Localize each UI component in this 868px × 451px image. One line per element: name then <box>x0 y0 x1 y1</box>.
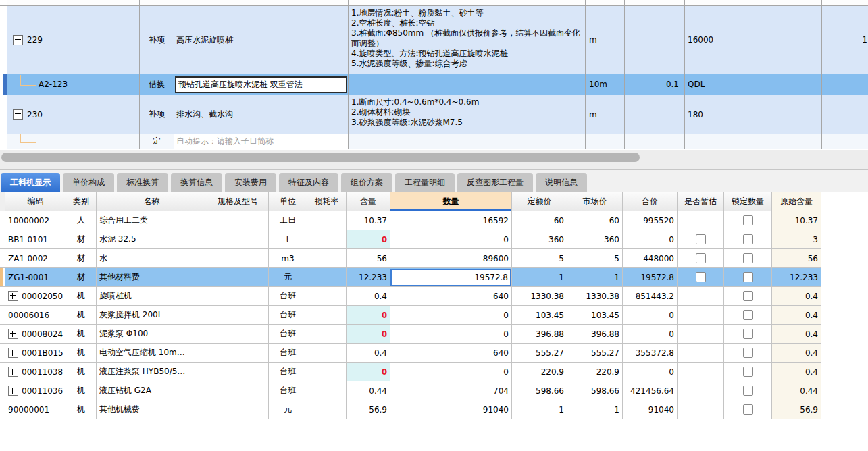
cell-quantity[interactable]: 640 <box>390 344 512 362</box>
item-extra-cell[interactable] <box>822 0 868 5</box>
cell-lock-quantity[interactable] <box>724 400 772 419</box>
cell-lock-quantity[interactable] <box>724 306 772 324</box>
detail-tab[interactable]: 特征及内容 <box>279 173 338 192</box>
cell-total-price[interactable]: 355372.8 <box>623 344 678 362</box>
cell-quota-price[interactable]: 60 <box>512 211 567 230</box>
checkbox-unchecked-icon[interactable] <box>696 234 706 244</box>
cell-total-price[interactable]: 421456.64 <box>623 381 678 400</box>
minus-box-icon[interactable] <box>13 109 23 120</box>
detail-tab[interactable]: 组价方案 <box>341 173 392 192</box>
resource-row[interactable]: 00002050机旋喷桩机台班0.46401330.381330.3885144… <box>0 287 821 306</box>
cell-unit[interactable]: t <box>269 230 307 248</box>
cell-content[interactable]: 12.233 <box>347 268 390 286</box>
resource-row[interactable]: ZA1-0002材水m356896005544800056 <box>0 249 821 268</box>
plus-box-icon[interactable] <box>8 291 18 301</box>
resource-row[interactable]: 0001B015机电动空气压缩机 10m…台班0.4640555.27555.2… <box>0 344 821 363</box>
checkbox-unchecked-icon[interactable] <box>743 310 753 320</box>
cell-name[interactable]: 水泥 32.5 <box>97 230 207 248</box>
checkbox-unchecked-icon[interactable] <box>743 272 753 282</box>
cell-loss-rate[interactable] <box>307 306 347 324</box>
cell-spec[interactable] <box>207 306 269 324</box>
checkbox-unchecked-icon[interactable] <box>743 234 753 244</box>
resource-row[interactable]: 10000002人综合用工二类工日10.3716592606099552010.… <box>0 211 821 230</box>
detail-tab[interactable]: 工料机显示 <box>1 173 60 192</box>
cell-quota-price[interactable]: 1330.38 <box>512 287 567 305</box>
cell-is-estimate[interactable] <box>678 230 724 248</box>
detail-tab[interactable]: 反查图形工程量 <box>457 173 533 192</box>
cell-quantity[interactable]: 0 <box>390 363 512 381</box>
checkbox-unchecked-icon[interactable] <box>696 272 706 282</box>
column-header-orig[interactable]: 原始含量 <box>772 192 821 211</box>
cell-quota-price[interactable]: 220.9 <box>512 363 567 381</box>
cell-spec[interactable] <box>207 211 269 230</box>
resource-row[interactable]: 90000001机其他机械费元56.991040119104056.9 <box>0 400 821 419</box>
cell-code[interactable]: 0001B015 <box>5 344 66 362</box>
cell-content[interactable]: 0.44 <box>347 381 390 400</box>
bid-item-row[interactable]: 定自动提示：请输入子目简称 <box>0 134 868 149</box>
bid-item-row[interactable]: 229补项高压水泥旋喷桩1.地层情况:粉土、粉质黏土、砂土等2.空桩长度、桩长:… <box>0 6 868 74</box>
item-content-cell[interactable] <box>625 6 685 74</box>
plus-box-icon[interactable] <box>8 367 18 377</box>
cell-code[interactable]: 00006016 <box>5 306 66 324</box>
column-header-code[interactable]: 编码 <box>5 192 66 211</box>
checkbox-unchecked-icon[interactable] <box>743 348 753 358</box>
cell-market-price[interactable]: 220.9 <box>567 363 623 381</box>
detail-tab[interactable]: 工程量明细 <box>395 173 455 192</box>
cell-spec[interactable] <box>207 268 269 286</box>
cell-content[interactable]: 0 <box>347 230 390 248</box>
cell-is-estimate[interactable] <box>678 344 724 362</box>
cell-total-price[interactable]: 19572.8 <box>623 268 678 286</box>
item-unit-cell[interactable]: m <box>586 95 625 134</box>
item-name-cell[interactable]: 自动提示：请输入子目简称 <box>174 134 349 149</box>
cell-unit[interactable]: 元 <box>269 400 307 419</box>
cell-quantity[interactable]: 91040 <box>390 400 512 419</box>
cell-quantity[interactable]: 89600 <box>390 249 512 267</box>
item-name-input[interactable] <box>175 76 347 93</box>
checkbox-unchecked-icon[interactable] <box>743 329 753 339</box>
cell-unit[interactable]: 台班 <box>269 325 307 343</box>
cell-lock-quantity[interactable] <box>724 287 772 305</box>
cell-original-content[interactable]: 0.44 <box>772 381 821 400</box>
cell-spec[interactable] <box>207 230 269 248</box>
cell-is-estimate[interactable] <box>678 211 724 230</box>
cell-loss-rate[interactable] <box>307 344 347 362</box>
cell-original-content[interactable]: 0.4 <box>772 363 821 381</box>
cell-spec[interactable] <box>207 400 269 419</box>
cell-is-estimate[interactable] <box>678 287 724 305</box>
cell-unit[interactable]: 元 <box>269 268 307 286</box>
cell-loss-rate[interactable] <box>307 363 347 381</box>
item-unit-cell[interactable] <box>586 0 625 5</box>
detail-tab[interactable]: 说明信息 <box>536 173 587 192</box>
cell-total-price[interactable]: 0 <box>623 363 678 381</box>
cell-quota-price[interactable]: 103.45 <box>512 306 567 324</box>
item-quantity-cell[interactable]: 180 <box>685 95 822 134</box>
cell-quantity[interactable]: 704 <box>390 381 512 400</box>
cell-unit[interactable]: m3 <box>269 249 307 267</box>
cell-market-price[interactable]: 555.27 <box>567 344 623 362</box>
cell-unit[interactable]: 台班 <box>269 287 307 305</box>
cell-loss-rate[interactable] <box>307 381 347 400</box>
cell-lock-quantity[interactable] <box>724 230 772 248</box>
cell-category[interactable]: 材 <box>66 268 97 286</box>
cell-category[interactable]: 机 <box>66 400 97 419</box>
item-quantity-cell[interactable] <box>685 0 822 5</box>
cell-content[interactable]: 56 <box>347 249 390 267</box>
top-grid-horizontal-scrollbar[interactable] <box>0 150 868 170</box>
cell-spec[interactable] <box>207 249 269 267</box>
cell-is-estimate[interactable] <box>678 325 724 343</box>
cell-original-content[interactable]: 0.4 <box>772 287 821 305</box>
quantity-input[interactable] <box>390 269 511 286</box>
checkbox-unchecked-icon[interactable] <box>743 386 753 396</box>
cell-lock-quantity[interactable] <box>724 325 772 343</box>
cell-lock-quantity[interactable] <box>724 268 772 286</box>
column-header-name[interactable]: 名称 <box>97 192 207 211</box>
item-features-cell[interactable]: 1.断面尺寸:0.4~0.6m*0.4~0.6m2.砌体材料:砌块3.砂浆强度等… <box>349 95 586 134</box>
cell-spec[interactable] <box>207 363 269 381</box>
cell-content[interactable]: 56.9 <box>347 400 390 419</box>
cell-name[interactable]: 灰浆搅拌机 200L <box>97 306 207 324</box>
cell-spec[interactable] <box>207 344 269 362</box>
cell-category[interactable]: 机 <box>66 306 97 324</box>
plus-box-icon[interactable] <box>8 386 18 396</box>
cell-total-price[interactable]: 995520 <box>623 211 678 230</box>
cell-name[interactable]: 其他机械费 <box>97 400 207 419</box>
